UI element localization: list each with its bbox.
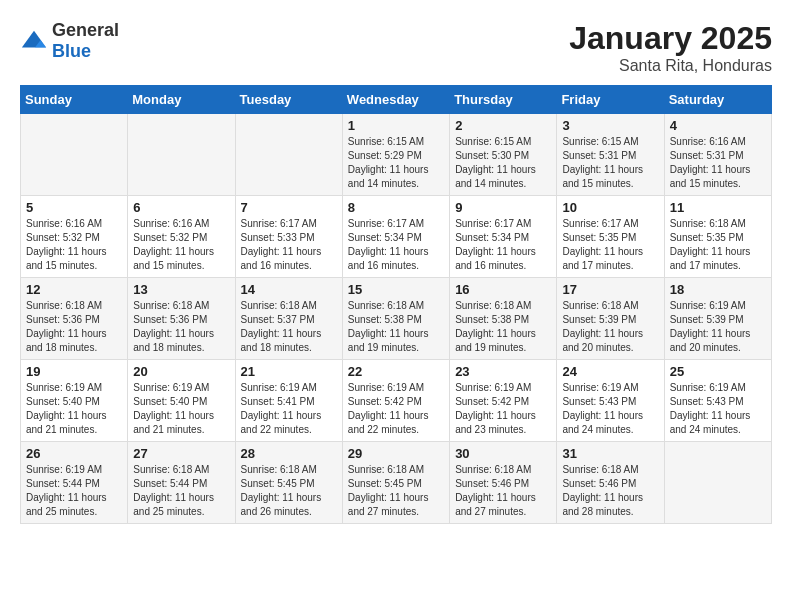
calendar-week-row: 26Sunrise: 6:19 AM Sunset: 5:44 PM Dayli… bbox=[21, 442, 772, 524]
page-header: General Blue January 2025 Santa Rita, Ho… bbox=[20, 20, 772, 75]
cell-content: Sunrise: 6:17 AM Sunset: 5:35 PM Dayligh… bbox=[562, 217, 658, 273]
calendar-cell: 10Sunrise: 6:17 AM Sunset: 5:35 PM Dayli… bbox=[557, 196, 664, 278]
day-number: 24 bbox=[562, 364, 658, 379]
day-number: 7 bbox=[241, 200, 337, 215]
header-row: SundayMondayTuesdayWednesdayThursdayFrid… bbox=[21, 86, 772, 114]
logo-blue: Blue bbox=[52, 41, 91, 61]
cell-content: Sunrise: 6:18 AM Sunset: 5:38 PM Dayligh… bbox=[455, 299, 551, 355]
day-number: 22 bbox=[348, 364, 444, 379]
month-title: January 2025 bbox=[569, 20, 772, 57]
cell-content: Sunrise: 6:15 AM Sunset: 5:30 PM Dayligh… bbox=[455, 135, 551, 191]
header-cell-monday: Monday bbox=[128, 86, 235, 114]
calendar-week-row: 19Sunrise: 6:19 AM Sunset: 5:40 PM Dayli… bbox=[21, 360, 772, 442]
header-cell-saturday: Saturday bbox=[664, 86, 771, 114]
day-number: 4 bbox=[670, 118, 766, 133]
calendar-cell bbox=[128, 114, 235, 196]
day-number: 6 bbox=[133, 200, 229, 215]
cell-content: Sunrise: 6:19 AM Sunset: 5:39 PM Dayligh… bbox=[670, 299, 766, 355]
cell-content: Sunrise: 6:18 AM Sunset: 5:37 PM Dayligh… bbox=[241, 299, 337, 355]
cell-content: Sunrise: 6:19 AM Sunset: 5:40 PM Dayligh… bbox=[133, 381, 229, 437]
calendar-cell: 6Sunrise: 6:16 AM Sunset: 5:32 PM Daylig… bbox=[128, 196, 235, 278]
calendar-cell: 27Sunrise: 6:18 AM Sunset: 5:44 PM Dayli… bbox=[128, 442, 235, 524]
cell-content: Sunrise: 6:18 AM Sunset: 5:35 PM Dayligh… bbox=[670, 217, 766, 273]
calendar-cell: 16Sunrise: 6:18 AM Sunset: 5:38 PM Dayli… bbox=[450, 278, 557, 360]
calendar-cell: 4Sunrise: 6:16 AM Sunset: 5:31 PM Daylig… bbox=[664, 114, 771, 196]
calendar-cell: 12Sunrise: 6:18 AM Sunset: 5:36 PM Dayli… bbox=[21, 278, 128, 360]
calendar-cell: 2Sunrise: 6:15 AM Sunset: 5:30 PM Daylig… bbox=[450, 114, 557, 196]
cell-content: Sunrise: 6:18 AM Sunset: 5:46 PM Dayligh… bbox=[455, 463, 551, 519]
header-cell-thursday: Thursday bbox=[450, 86, 557, 114]
calendar-cell: 21Sunrise: 6:19 AM Sunset: 5:41 PM Dayli… bbox=[235, 360, 342, 442]
day-number: 9 bbox=[455, 200, 551, 215]
cell-content: Sunrise: 6:17 AM Sunset: 5:34 PM Dayligh… bbox=[455, 217, 551, 273]
title-block: January 2025 Santa Rita, Honduras bbox=[569, 20, 772, 75]
calendar-week-row: 12Sunrise: 6:18 AM Sunset: 5:36 PM Dayli… bbox=[21, 278, 772, 360]
calendar-cell: 26Sunrise: 6:19 AM Sunset: 5:44 PM Dayli… bbox=[21, 442, 128, 524]
calendar-cell: 30Sunrise: 6:18 AM Sunset: 5:46 PM Dayli… bbox=[450, 442, 557, 524]
calendar-cell: 20Sunrise: 6:19 AM Sunset: 5:40 PM Dayli… bbox=[128, 360, 235, 442]
day-number: 13 bbox=[133, 282, 229, 297]
day-number: 20 bbox=[133, 364, 229, 379]
day-number: 26 bbox=[26, 446, 122, 461]
day-number: 3 bbox=[562, 118, 658, 133]
calendar-cell: 24Sunrise: 6:19 AM Sunset: 5:43 PM Dayli… bbox=[557, 360, 664, 442]
calendar-cell: 19Sunrise: 6:19 AM Sunset: 5:40 PM Dayli… bbox=[21, 360, 128, 442]
cell-content: Sunrise: 6:18 AM Sunset: 5:44 PM Dayligh… bbox=[133, 463, 229, 519]
location-title: Santa Rita, Honduras bbox=[569, 57, 772, 75]
day-number: 16 bbox=[455, 282, 551, 297]
cell-content: Sunrise: 6:18 AM Sunset: 5:46 PM Dayligh… bbox=[562, 463, 658, 519]
calendar-cell: 3Sunrise: 6:15 AM Sunset: 5:31 PM Daylig… bbox=[557, 114, 664, 196]
cell-content: Sunrise: 6:17 AM Sunset: 5:33 PM Dayligh… bbox=[241, 217, 337, 273]
calendar-cell: 17Sunrise: 6:18 AM Sunset: 5:39 PM Dayli… bbox=[557, 278, 664, 360]
cell-content: Sunrise: 6:18 AM Sunset: 5:36 PM Dayligh… bbox=[26, 299, 122, 355]
calendar-cell: 13Sunrise: 6:18 AM Sunset: 5:36 PM Dayli… bbox=[128, 278, 235, 360]
cell-content: Sunrise: 6:16 AM Sunset: 5:32 PM Dayligh… bbox=[26, 217, 122, 273]
day-number: 27 bbox=[133, 446, 229, 461]
calendar-cell: 25Sunrise: 6:19 AM Sunset: 5:43 PM Dayli… bbox=[664, 360, 771, 442]
cell-content: Sunrise: 6:19 AM Sunset: 5:42 PM Dayligh… bbox=[348, 381, 444, 437]
calendar-cell: 22Sunrise: 6:19 AM Sunset: 5:42 PM Dayli… bbox=[342, 360, 449, 442]
cell-content: Sunrise: 6:16 AM Sunset: 5:32 PM Dayligh… bbox=[133, 217, 229, 273]
calendar-cell: 15Sunrise: 6:18 AM Sunset: 5:38 PM Dayli… bbox=[342, 278, 449, 360]
cell-content: Sunrise: 6:19 AM Sunset: 5:43 PM Dayligh… bbox=[562, 381, 658, 437]
calendar-cell: 5Sunrise: 6:16 AM Sunset: 5:32 PM Daylig… bbox=[21, 196, 128, 278]
calendar-body: 1Sunrise: 6:15 AM Sunset: 5:29 PM Daylig… bbox=[21, 114, 772, 524]
day-number: 23 bbox=[455, 364, 551, 379]
calendar-cell: 14Sunrise: 6:18 AM Sunset: 5:37 PM Dayli… bbox=[235, 278, 342, 360]
calendar-cell: 28Sunrise: 6:18 AM Sunset: 5:45 PM Dayli… bbox=[235, 442, 342, 524]
cell-content: Sunrise: 6:18 AM Sunset: 5:36 PM Dayligh… bbox=[133, 299, 229, 355]
calendar-week-row: 5Sunrise: 6:16 AM Sunset: 5:32 PM Daylig… bbox=[21, 196, 772, 278]
day-number: 8 bbox=[348, 200, 444, 215]
calendar-cell: 7Sunrise: 6:17 AM Sunset: 5:33 PM Daylig… bbox=[235, 196, 342, 278]
logo: General Blue bbox=[20, 20, 119, 62]
cell-content: Sunrise: 6:16 AM Sunset: 5:31 PM Dayligh… bbox=[670, 135, 766, 191]
calendar-cell: 1Sunrise: 6:15 AM Sunset: 5:29 PM Daylig… bbox=[342, 114, 449, 196]
cell-content: Sunrise: 6:18 AM Sunset: 5:45 PM Dayligh… bbox=[241, 463, 337, 519]
day-number: 11 bbox=[670, 200, 766, 215]
calendar-week-row: 1Sunrise: 6:15 AM Sunset: 5:29 PM Daylig… bbox=[21, 114, 772, 196]
calendar-cell: 18Sunrise: 6:19 AM Sunset: 5:39 PM Dayli… bbox=[664, 278, 771, 360]
day-number: 14 bbox=[241, 282, 337, 297]
calendar-cell: 23Sunrise: 6:19 AM Sunset: 5:42 PM Dayli… bbox=[450, 360, 557, 442]
header-cell-wednesday: Wednesday bbox=[342, 86, 449, 114]
header-cell-tuesday: Tuesday bbox=[235, 86, 342, 114]
day-number: 30 bbox=[455, 446, 551, 461]
calendar-cell: 9Sunrise: 6:17 AM Sunset: 5:34 PM Daylig… bbox=[450, 196, 557, 278]
day-number: 21 bbox=[241, 364, 337, 379]
header-cell-sunday: Sunday bbox=[21, 86, 128, 114]
day-number: 12 bbox=[26, 282, 122, 297]
cell-content: Sunrise: 6:15 AM Sunset: 5:29 PM Dayligh… bbox=[348, 135, 444, 191]
calendar-table: SundayMondayTuesdayWednesdayThursdayFrid… bbox=[20, 85, 772, 524]
day-number: 19 bbox=[26, 364, 122, 379]
logo-icon bbox=[20, 27, 48, 55]
day-number: 29 bbox=[348, 446, 444, 461]
day-number: 31 bbox=[562, 446, 658, 461]
day-number: 15 bbox=[348, 282, 444, 297]
day-number: 17 bbox=[562, 282, 658, 297]
cell-content: Sunrise: 6:18 AM Sunset: 5:45 PM Dayligh… bbox=[348, 463, 444, 519]
cell-content: Sunrise: 6:17 AM Sunset: 5:34 PM Dayligh… bbox=[348, 217, 444, 273]
calendar-cell bbox=[21, 114, 128, 196]
calendar-cell bbox=[664, 442, 771, 524]
cell-content: Sunrise: 6:19 AM Sunset: 5:41 PM Dayligh… bbox=[241, 381, 337, 437]
day-number: 5 bbox=[26, 200, 122, 215]
